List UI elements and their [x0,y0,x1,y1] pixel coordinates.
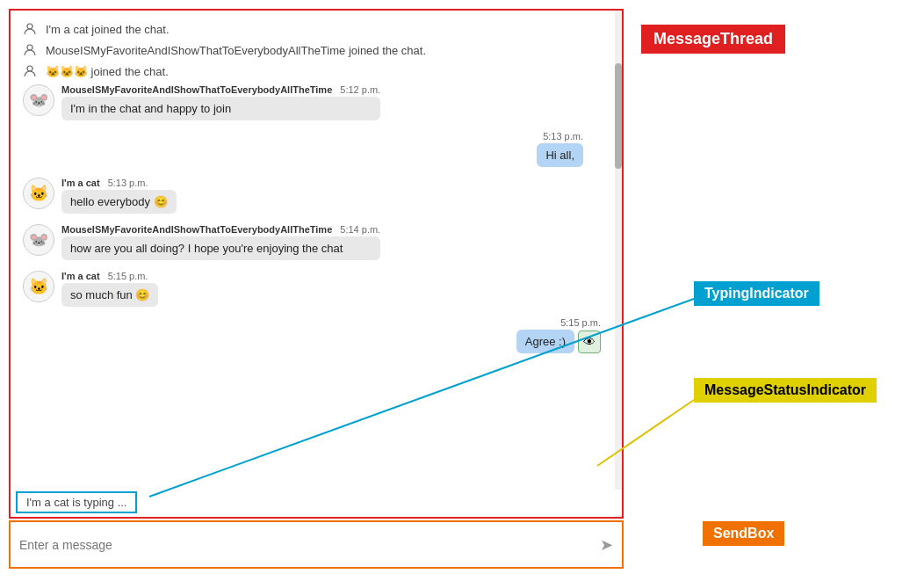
bubble-meta-msg5: I'm a cat 5:15 p.m. [61,271,158,281]
scrollbar-track[interactable] [615,11,622,517]
bubble-msg4: how are you all doing? I hope you're enj… [61,236,380,260]
avatar-mouse: 🐭 [23,84,54,116]
bubble-text-msg2: Hi all, [545,149,574,162]
system-message-3-text: 🐱🐱🐱 joined the chat. [46,65,169,78]
bubble-msg3: hello everybody 😊 [61,190,177,214]
bubble-text-msg4: how are you all doing? I hope you're enj… [70,242,343,255]
message-status-indicator-label: MessageStatusIndicator [694,378,877,403]
timestamp-msg5: 5:15 p.m. [108,271,148,281]
bubble-msg5: so much fun 😊 [61,283,158,307]
messages-area: I'm a cat joined the chat. MouseISMyFavo… [11,11,622,490]
sender-name-msg3: I'm a cat [61,178,100,188]
bubble-meta-msg6: 5:15 p.m. [516,317,601,328]
bubble-meta-msg2: 5:13 p.m. [537,131,583,142]
seen-icon: 👁 [583,335,596,349]
bubble-group-msg5: I'm a cat 5:15 p.m. so much fun 😊 [61,271,158,307]
chat-row-msg3: 🐱 I'm a cat 5:13 p.m. hello everybody 😊 [23,178,610,214]
system-message-3: 🐱🐱🐱 joined the chat. [23,63,610,79]
typing-indicator-text: I'm a cat is typing ... [26,496,126,509]
user-join-icon [23,21,39,37]
bubble-text-msg6: Agree :) [525,335,566,348]
bubble-meta-msg1: MouseISMyFavoriteAndIShowThatToEverybody… [61,84,380,95]
bubble-group-msg1: MouseISMyFavoriteAndIShowThatToEverybody… [61,84,380,120]
message-status-indicator: 👁 [578,330,601,353]
chat-row-msg2: 5:13 p.m. Hi all, [23,131,610,167]
bubble-group-right-msg2: 5:13 p.m. Hi all, [537,131,583,167]
svg-point-2 [27,66,32,71]
system-message-2-text: MouseISMyFavoriteAndIShowThatToEverybody… [46,44,426,57]
bubble-msg2: Hi all, [537,143,583,167]
bubble-group-right-msg6: 5:15 p.m. Agree :) 👁 [516,317,601,353]
user-join-icon-2 [23,42,39,58]
timestamp-msg1: 5:12 p.m. [340,84,380,95]
avatar-cat: 🐱 [23,178,54,209]
svg-point-0 [27,24,32,29]
bubble-meta-msg3: I'm a cat 5:13 p.m. [61,178,177,188]
sendbox[interactable]: ➤ [9,520,624,569]
bubble-text-msg3: hello everybody 😊 [70,195,168,208]
typing-indicator-row: I'm a cat is typing ... [12,490,622,515]
message-thread: I'm a cat joined the chat. MouseISMyFavo… [9,9,624,519]
bubble-msg6: Agree :) [516,330,574,353]
sendbox-input[interactable] [19,538,593,552]
bubble-group-msg3: I'm a cat 5:13 p.m. hello everybody 😊 [61,178,177,214]
bubble-text-msg5: so much fun 😊 [70,288,149,301]
timestamp-msg4: 5:14 p.m. [340,224,380,235]
bubble-meta-msg4: MouseISMyFavoriteAndIShowThatToEverybody… [61,224,380,235]
sender-name-msg4: MouseISMyFavoriteAndIShowThatToEverybody… [61,224,332,235]
timestamp-msg3: 5:13 p.m. [108,178,148,188]
message-thread-label: MessageThread [641,25,785,54]
sender-name-msg1: MouseISMyFavoriteAndIShowThatToEverybody… [61,84,332,95]
typing-indicator-label: TypingIndicator [694,281,819,306]
system-message-1: I'm a cat joined the chat. [23,21,610,37]
system-message-2: MouseISMyFavoriteAndIShowThatToEverybody… [23,42,610,58]
chat-row-msg6: 5:15 p.m. Agree :) 👁 [23,317,610,353]
typing-indicator: I'm a cat is typing ... [16,491,137,513]
bubble-text-msg1: I'm in the chat and happy to join [70,102,231,115]
bubble-group-msg4: MouseISMyFavoriteAndIShowThatToEverybody… [61,224,380,260]
chat-row-msg4: 🐭 MouseISMyFavoriteAndIShowThatToEverybo… [23,224,610,260]
avatar-mouse-2: 🐭 [23,224,54,256]
user-join-icon-3 [23,63,39,79]
sender-name-msg5: I'm a cat [61,271,100,281]
chat-row-msg1: 🐭 MouseISMyFavoriteAndIShowThatToEverybo… [23,84,610,120]
chat-row-msg5: 🐱 I'm a cat 5:15 p.m. so much fun 😊 [23,271,610,307]
send-button[interactable]: ➤ [600,535,613,555]
bubble-msg1: I'm in the chat and happy to join [61,97,380,120]
system-message-1-text: I'm a cat joined the chat. [46,23,170,36]
svg-point-1 [27,45,32,50]
sendbox-label: SendBox [703,521,784,546]
scrollbar-thumb[interactable] [615,63,622,169]
avatar-cat-2: 🐱 [23,271,54,302]
